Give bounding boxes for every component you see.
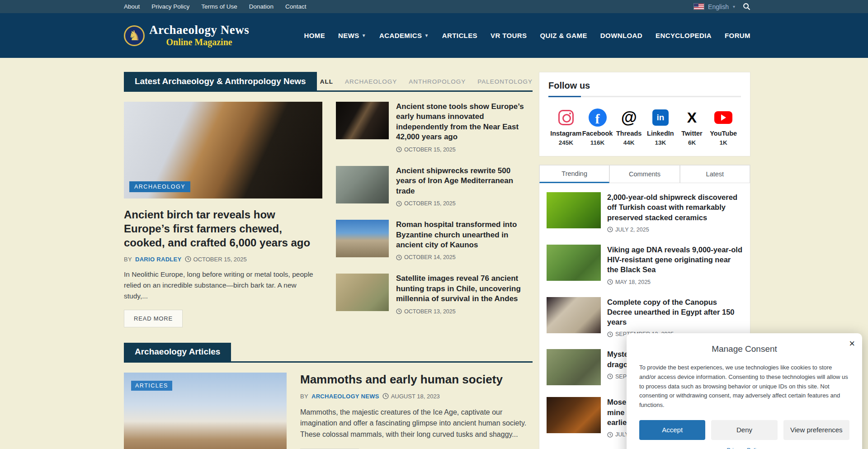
news-list: Ancient stone tools show Europe’s early … (336, 102, 533, 327)
topbar-link-terms-of-use[interactable]: Terms of Use (201, 3, 237, 10)
news-item-title[interactable]: Satellite images reveal 76 ancient hunti… (396, 274, 533, 304)
trending-thumbnail[interactable] (547, 397, 601, 433)
news-list-item: Ancient stone tools show Europe’s early … (336, 102, 533, 153)
search-icon (743, 3, 750, 10)
logo-emblem-icon: ♞ (124, 25, 145, 46)
author-link[interactable]: DARIO RADLEY (135, 256, 182, 263)
article-image[interactable]: ARTICLES (124, 373, 287, 449)
deny-button[interactable]: Deny (711, 420, 777, 440)
news-item-title[interactable]: Roman hospital transformed into Byzantin… (396, 220, 533, 250)
nav-vr-tours[interactable]: VR TOURS (491, 32, 527, 39)
clock-icon (607, 279, 613, 285)
tab-comments[interactable]: Comments (609, 165, 679, 183)
news-item-title[interactable]: Ancient stone tools show Europe’s early … (396, 102, 533, 142)
trending-title[interactable]: Viking age DNA reveals 9,000-year-old HI… (607, 245, 743, 275)
clock-icon (607, 373, 613, 379)
nav-academics[interactable]: ACADEMICS▼ (379, 32, 429, 39)
filter-paleontology[interactable]: PALEONTOLOGY (477, 78, 533, 85)
news-list-item: Roman hospital transformed into Byzantin… (336, 220, 533, 260)
language-selector[interactable]: English (708, 3, 729, 10)
social-twitter[interactable]: X Twitter 6K (676, 108, 708, 146)
logo-title: Archaeology News (149, 24, 249, 37)
follow-us-widget: Follow us Instagram 245K f Facebook 116K… (539, 72, 750, 156)
nav-download[interactable]: DOWNLOAD (600, 32, 642, 39)
category-badge[interactable]: ARCHAEOLOGY (129, 181, 190, 192)
nav-home[interactable]: HOME (304, 32, 326, 39)
cookie-consent-dialog: × Manage Consent To provide the best exp… (627, 333, 862, 449)
nav-quiz-game[interactable]: QUIZ & GAME (540, 32, 587, 39)
follower-count: 1K (720, 139, 727, 146)
news-list-item: Satellite images reveal 76 ancient hunti… (336, 274, 533, 314)
topbar-link-about[interactable]: About (124, 3, 140, 10)
author-link[interactable]: ARCHAEOLOGY NEWS (311, 393, 379, 400)
filter-all[interactable]: ALL (320, 78, 333, 85)
follower-count: 6K (688, 139, 696, 146)
tab-trending[interactable]: Trending (539, 165, 609, 183)
cookie-dialog-body: To provide the best experiences, we use … (639, 363, 849, 410)
social-facebook[interactable]: f Facebook 116K (582, 108, 613, 146)
topbar-link-privacy-policy[interactable]: Privacy Policy (151, 3, 189, 10)
featured-article-image[interactable]: ARCHAEOLOGY (124, 102, 322, 199)
us-flag-icon (694, 4, 704, 9)
article-byline: BY ARCHAEOLOGY NEWS AUGUST 18, 2023 (300, 393, 533, 400)
accept-button[interactable]: Accept (639, 420, 705, 440)
main-nav: HOME NEWS▼ ACADEMICS▼ ARTICLES VR TOURS … (304, 32, 751, 39)
trending-item: 2,000-year-old shipwreck discovered off … (547, 192, 743, 233)
view-preferences-button[interactable]: View preferences (783, 420, 849, 440)
follower-count: 245K (559, 139, 573, 146)
nav-forum[interactable]: FORUM (725, 32, 750, 39)
trending-thumbnail[interactable] (547, 245, 601, 281)
privacy-policy-link[interactable]: Privacy Policy (639, 447, 849, 449)
trending-item: Complete copy of the Canopus Decree unea… (547, 297, 743, 338)
topbar-link-contact[interactable]: Contact (285, 3, 307, 10)
social-instagram[interactable]: Instagram 245K (550, 108, 582, 146)
articles-section-title: Archaeology Articles (124, 343, 231, 361)
follower-count: 44K (623, 139, 635, 146)
logo-subtitle: Online Magazine (166, 37, 232, 47)
chevron-down-icon: ▼ (424, 33, 429, 38)
social-youtube[interactable]: YouTube 1K (708, 108, 739, 146)
news-item-thumbnail[interactable] (336, 220, 389, 257)
follow-us-title: Follow us (548, 80, 741, 91)
nav-articles[interactable]: ARTICLES (442, 32, 477, 39)
widget-divider (548, 96, 741, 97)
instagram-icon (558, 110, 574, 125)
clock-icon (396, 201, 402, 207)
articles-section-header: Archaeology Articles (124, 343, 533, 363)
featured-article-byline: BY DARIO RADLEY OCTOBER 15, 2025 (124, 256, 322, 263)
site-header: ♞ Archaeology News Online Magazine HOME … (0, 13, 868, 58)
clock-icon (396, 147, 402, 152)
clock-icon (607, 331, 613, 337)
nav-encyclopedia[interactable]: ENCYCLOPEDIA (656, 32, 712, 39)
trending-title[interactable]: Complete copy of the Canopus Decree unea… (607, 297, 743, 327)
close-icon[interactable]: × (849, 339, 855, 349)
filter-anthropology[interactable]: ANTHROPOLOGY (409, 78, 466, 85)
topbar-link-donation[interactable]: Donation (249, 3, 274, 10)
trending-thumbnail[interactable] (547, 349, 601, 385)
search-button[interactable] (743, 3, 750, 10)
tab-latest[interactable]: Latest (680, 165, 750, 183)
trending-thumbnail[interactable] (547, 192, 601, 228)
article-card: ARTICLES Mammoths and early human societ… (124, 373, 533, 449)
news-item-thumbnail[interactable] (336, 102, 389, 139)
facebook-icon: f (589, 109, 607, 127)
social-linkedin[interactable]: in LinkedIn 13K (645, 108, 676, 146)
article-title[interactable]: Mammoths and early human society (300, 373, 533, 387)
news-item-thumbnail[interactable] (336, 166, 389, 203)
trending-title[interactable]: 2,000-year-old shipwreck discovered off … (607, 192, 743, 222)
news-item-title[interactable]: Ancient shipwrecks rewrite 500 years of … (396, 166, 533, 196)
linkedin-icon: in (652, 109, 669, 126)
social-threads[interactable]: @ Threads 44K (613, 108, 645, 146)
filter-archaeology[interactable]: ARCHAEOLOGY (345, 78, 397, 85)
read-more-button[interactable]: READ MORE (124, 310, 183, 327)
nav-news[interactable]: NEWS▼ (338, 32, 366, 39)
trending-thumbnail[interactable] (547, 297, 601, 333)
clock-icon (396, 308, 402, 314)
featured-article-title[interactable]: Ancient birch tar reveals how Europe’s f… (124, 208, 322, 250)
news-item-thumbnail[interactable] (336, 274, 389, 311)
category-badge[interactable]: ARTICLES (131, 381, 172, 391)
clock-icon (396, 255, 402, 260)
follower-count: 116K (590, 139, 605, 146)
site-logo[interactable]: ♞ Archaeology News Online Magazine (124, 24, 249, 48)
news-filters: ALL ARCHAEOLOGY ANTHROPOLOGY PALEONTOLOG… (320, 78, 533, 90)
